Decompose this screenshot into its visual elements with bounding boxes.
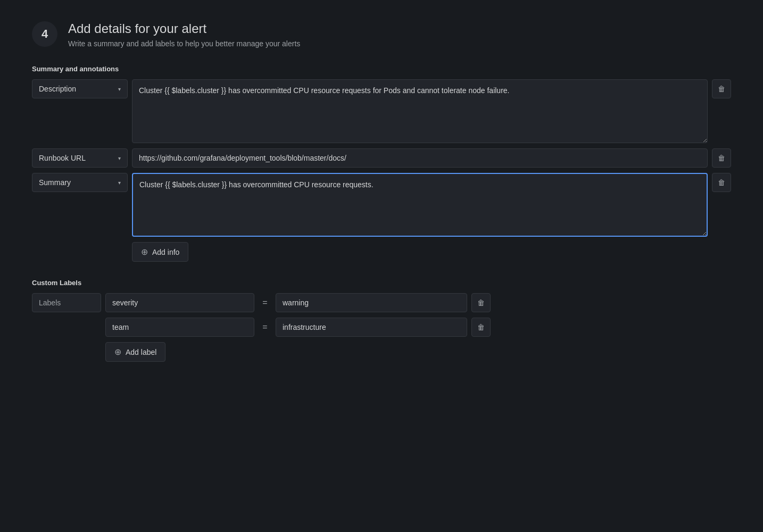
add-info-button[interactable]: ⊕ Add info [132, 242, 188, 262]
equals-icon: = [259, 298, 271, 307]
summary-textarea[interactable] [132, 173, 708, 237]
trash-icon: 🗑 [718, 178, 725, 187]
team-label-row: Labels = 🗑 [32, 318, 731, 337]
trash-icon: 🗑 [477, 323, 485, 331]
runbook-dropdown[interactable]: Runbook URL ▾ [32, 148, 128, 168]
summary-annotations-label: Summary and annotations [32, 65, 731, 73]
runbook-row: Runbook URL ▾ 🗑 [32, 148, 731, 168]
custom-labels-section: Custom Labels Labels = 🗑 Labels = 🗑 ⊕ Ad… [32, 279, 731, 362]
runbook-delete-button[interactable]: 🗑 [712, 148, 731, 168]
trash-icon: 🗑 [718, 154, 725, 162]
trash-icon: 🗑 [718, 85, 725, 93]
severity-delete-button[interactable]: 🗑 [471, 293, 491, 312]
summary-delete-button[interactable]: 🗑 [712, 173, 731, 192]
step-title-block: Add details for your alert Write a summa… [68, 21, 300, 48]
add-label-button[interactable]: ⊕ Add label [105, 342, 165, 362]
plus-circle-icon: ⊕ [114, 347, 121, 357]
severity-label-row: Labels = 🗑 [32, 293, 731, 312]
chevron-down-icon: ▾ [118, 155, 121, 161]
severity-key-input[interactable] [105, 293, 254, 312]
description-textarea[interactable] [132, 79, 708, 143]
add-label-label: Add label [126, 348, 156, 356]
description-dropdown-label: Description [39, 85, 76, 93]
step-header: 4 Add details for your alert Write a sum… [32, 21, 731, 48]
labels-key-col: Labels [32, 293, 101, 312]
add-info-label: Add info [152, 248, 179, 256]
chevron-down-icon: ▾ [118, 86, 121, 92]
trash-icon: 🗑 [477, 298, 485, 307]
severity-value-input[interactable] [276, 293, 467, 312]
team-key-input[interactable] [105, 318, 254, 337]
runbook-dropdown-label: Runbook URL [39, 154, 86, 162]
summary-row: Summary ▾ 🗑 [32, 173, 731, 237]
step-title: Add details for your alert [68, 21, 300, 36]
equals-icon: = [259, 322, 271, 332]
step-subtitle: Write a summary and add labels to help y… [68, 39, 300, 48]
description-delete-button[interactable]: 🗑 [712, 79, 731, 98]
summary-dropdown[interactable]: Summary ▾ [32, 173, 128, 192]
chevron-down-icon: ▾ [118, 180, 121, 186]
summary-annotations-section: Summary and annotations Description ▾ 🗑 … [32, 65, 731, 262]
custom-labels-section-label: Custom Labels [32, 279, 731, 287]
step-number: 4 [32, 21, 57, 47]
runbook-input[interactable] [132, 148, 708, 168]
plus-circle-icon: ⊕ [141, 247, 148, 257]
description-row: Description ▾ 🗑 [32, 79, 731, 143]
summary-dropdown-label: Summary [39, 178, 71, 187]
description-dropdown[interactable]: Description ▾ [32, 79, 128, 98]
team-delete-button[interactable]: 🗑 [471, 318, 491, 337]
team-value-input[interactable] [276, 318, 467, 337]
